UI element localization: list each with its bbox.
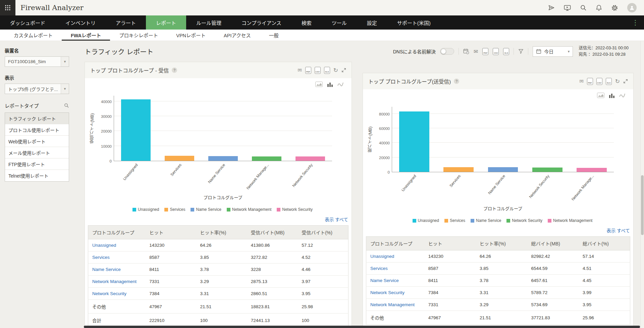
period-dropdown[interactable]: 今日 ▾: [533, 46, 573, 57]
row-label-cell[interactable]: Services: [88, 251, 146, 264]
pdf-export-icon[interactable]: PDF: [587, 78, 593, 85]
legend-item[interactable]: Name Service: [471, 218, 501, 223]
report-type-item[interactable]: トラフィック レポート: [5, 113, 69, 124]
subnav-item[interactable]: FWAレポート: [62, 30, 110, 41]
bar-chart-icon[interactable]: [327, 82, 333, 87]
chart-bar[interactable]: [443, 167, 474, 172]
subnav-item[interactable]: プロキシレポート: [110, 30, 167, 41]
value-cell: 7384: [424, 287, 476, 299]
topnav-item[interactable]: サポート(米国): [387, 15, 441, 30]
line-chart-icon[interactable]: [619, 93, 627, 98]
csv-export-icon[interactable]: CSV: [315, 67, 321, 74]
email-report-icon[interactable]: ✉: [474, 48, 478, 55]
report-type-search-icon[interactable]: [64, 103, 69, 108]
topnav-item[interactable]: ルール管理: [186, 15, 231, 30]
horizontal-scrollbar-thumb[interactable]: [84, 326, 640, 328]
legend-item[interactable]: Services: [164, 207, 185, 212]
value-cell: 3.99: [579, 287, 630, 299]
chart-bar[interactable]: [165, 156, 194, 161]
topnav-item[interactable]: 検索: [291, 15, 322, 30]
notifications-bell-icon[interactable]: [596, 4, 602, 11]
gear-icon[interactable]: [611, 4, 618, 11]
area-chart-icon[interactable]: [315, 82, 323, 87]
topnav-item[interactable]: レポート: [146, 15, 186, 30]
row-label-cell[interactable]: Network Security: [366, 287, 424, 299]
dns-toggle[interactable]: [440, 48, 454, 55]
chart-bar[interactable]: [208, 156, 238, 161]
legend-item[interactable]: Network Management: [548, 218, 592, 223]
screen-demo-icon[interactable]: [564, 5, 571, 11]
topnav-item[interactable]: コンプライアンス: [231, 15, 291, 30]
legend-item[interactable]: Unassigned: [132, 207, 159, 212]
legend-item[interactable]: Network Security: [506, 218, 542, 223]
bar-chart-icon[interactable]: [609, 93, 615, 98]
topnav-item[interactable]: インベントリ: [55, 15, 106, 30]
chart-bar[interactable]: [121, 99, 151, 161]
chart-bar[interactable]: [488, 167, 518, 172]
row-label-cell[interactable]: Services: [366, 263, 424, 275]
subnav-item[interactable]: APIアクセス: [215, 30, 260, 41]
xls-export-icon[interactable]: XLS: [324, 67, 330, 74]
schedule-report-icon[interactable]: [463, 48, 469, 54]
legend-item[interactable]: Unassigned: [413, 218, 439, 223]
help-icon[interactable]: ?: [454, 79, 459, 84]
subnav-item[interactable]: 一般: [260, 30, 288, 41]
expand-icon[interactable]: [623, 79, 628, 84]
vertical-scrollbar-thumb[interactable]: [641, 175, 644, 235]
show-all-link[interactable]: 表示 すべて: [325, 217, 348, 222]
refresh-icon[interactable]: ↻: [333, 67, 338, 74]
report-type-item[interactable]: FTP使用レポート: [5, 158, 69, 170]
export-csv-icon[interactable]: CSV: [493, 48, 499, 55]
device-select[interactable]: FGT100D186_Sim ▾: [5, 56, 69, 67]
apps-grid-icon[interactable]: [0, 0, 15, 15]
email-icon[interactable]: ✉: [579, 78, 584, 84]
row-label-cell[interactable]: Network Management: [88, 276, 146, 288]
search-icon[interactable]: [580, 4, 587, 11]
refresh-icon[interactable]: ↻: [615, 78, 620, 85]
pdf-export-icon[interactable]: PDF: [305, 67, 311, 74]
topnav-item[interactable]: アラート: [106, 15, 146, 30]
export-xls-icon[interactable]: XLS: [503, 48, 509, 55]
report-type-item[interactable]: Web使用レポート: [5, 136, 69, 147]
legend-item[interactable]: Services: [444, 218, 465, 223]
chart-bar[interactable]: [532, 168, 562, 172]
topnav-item[interactable]: ツール: [322, 15, 357, 30]
subnav-item[interactable]: VPNレポート: [167, 30, 215, 41]
row-label-cell[interactable]: Network Management: [366, 299, 424, 311]
report-type-item[interactable]: Telnet使用レポート: [5, 170, 69, 181]
xls-export-icon[interactable]: XLS: [606, 78, 612, 85]
legend-item[interactable]: Network Management: [227, 207, 271, 212]
row-label-cell[interactable]: Name Service: [366, 275, 424, 287]
chart-bar[interactable]: [399, 111, 429, 172]
help-icon[interactable]: ?: [172, 67, 177, 73]
legend-item[interactable]: Network Security: [277, 207, 313, 212]
chart-bar[interactable]: [296, 156, 325, 161]
topnav-item[interactable]: ダッシュボード: [0, 15, 55, 30]
display-select[interactable]: トップ5件 (グラフとテ... ▾: [5, 84, 69, 94]
area-chart-icon[interactable]: [597, 93, 604, 98]
row-label-cell[interactable]: Unassigned: [366, 250, 424, 263]
send-icon[interactable]: [548, 4, 555, 11]
email-icon[interactable]: ✉: [298, 67, 302, 73]
row-label-cell[interactable]: Name Service: [88, 264, 146, 276]
report-type-item[interactable]: メール使用レポート: [5, 147, 69, 158]
user-avatar[interactable]: [627, 3, 637, 12]
vertical-scrollbar[interactable]: [640, 41, 644, 328]
overflow-menu-icon[interactable]: ⋮: [627, 15, 644, 30]
subnav-item[interactable]: カスタムレポート: [5, 30, 62, 41]
show-all-link[interactable]: 表示 すべて: [606, 228, 630, 233]
chart-bar[interactable]: [577, 168, 607, 172]
csv-export-icon[interactable]: CSV: [596, 78, 602, 85]
row-label-cell[interactable]: Unassigned: [88, 239, 146, 251]
expand-icon[interactable]: [341, 68, 346, 73]
export-pdf-icon[interactable]: PDF: [482, 48, 488, 55]
legend-item[interactable]: Name Service: [191, 207, 221, 212]
value-cell: 5734.69: [527, 299, 579, 311]
line-chart-icon[interactable]: [337, 82, 345, 87]
topnav-item[interactable]: 設定: [357, 15, 387, 30]
report-type-item[interactable]: プロトコル使用レポート: [5, 124, 69, 136]
chart-bar[interactable]: [252, 156, 281, 161]
filter-icon[interactable]: [518, 49, 524, 54]
row-label-cell[interactable]: Network Security: [88, 288, 146, 300]
legend-label: Services: [170, 207, 185, 212]
